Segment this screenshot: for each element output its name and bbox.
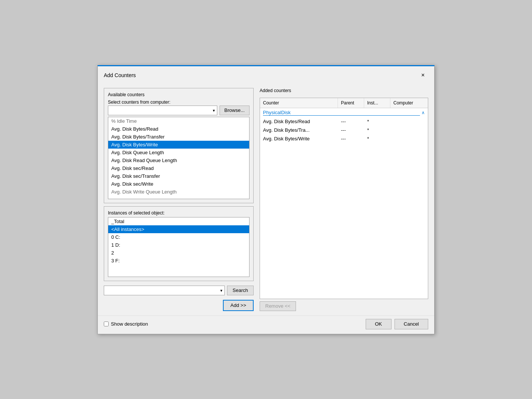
search-button[interactable]: Search [227,286,254,295]
counter-list-item[interactable]: % Idle Time [108,117,249,125]
close-button[interactable]: × [418,70,428,80]
cancel-button[interactable]: Cancel [395,319,428,329]
computer-cell [390,135,428,142]
header-instance: Inst... [364,98,390,108]
computer-select-wrapper [108,106,217,115]
counter-group-row[interactable]: PhysicalDisk ∧ [260,108,428,117]
parent-cell: --- [338,127,364,134]
add-button[interactable]: Add >> [223,300,254,311]
counter-list-item[interactable]: Avg. Disk sec/Write [108,180,249,188]
add-counters-dialog: Add Counters × Available counters Select… [97,65,435,334]
instance-list-item[interactable]: 1 D: [108,241,249,249]
computer-cell [390,127,428,134]
available-counters-group: Available counters Select counters from … [104,88,254,203]
left-panel: Available counters Select counters from … [104,88,254,311]
counter-data-row[interactable]: Avg. Disk Bytes/Read --- * [260,117,428,126]
instance-list-item[interactable]: 0 C: [108,233,249,241]
counter-cell: Avg. Disk Bytes/Tra... [260,127,338,134]
available-counters-label: Available counters [108,92,250,97]
show-description-label[interactable]: Show description [111,321,148,327]
browse-button[interactable]: Browse... [220,106,250,115]
instances-list[interactable]: _Total<All instances>0 C:1 D:23 F: [108,217,250,277]
counter-group-name: PhysicalDisk [263,110,420,116]
added-counters-label: Added counters [260,88,428,93]
computer-row: Browse... [108,106,250,115]
added-counters-box: Counter Parent Inst... Computer Physical… [260,98,428,299]
instance-cell: * [364,118,390,125]
dialog-footer: Show description OK Cancel [98,316,434,334]
header-counter: Counter [260,98,338,108]
footer-buttons: OK Cancel [366,319,428,329]
counter-list-item[interactable]: Avg. Disk Bytes/Transfer [108,133,249,141]
instance-list-item[interactable]: 3 F: [108,257,249,265]
parent-cell: --- [338,118,364,125]
select-from-label: Select counters from computer: [108,100,250,105]
instance-list-item[interactable]: _Total [108,217,249,225]
counter-data-row[interactable]: Avg. Disk Bytes/Tra... --- * [260,126,428,134]
instance-list-item[interactable]: <All instances> [108,225,249,233]
counter-list-item[interactable]: Avg. Disk Bytes/Read [108,125,249,133]
chevron-up-icon: ∧ [421,110,425,115]
show-description-row: Show description [104,321,148,327]
search-select[interactable] [104,286,225,295]
header-computer: Computer [390,98,428,108]
counter-list-item[interactable]: Avg. Disk Write Queue Length [108,188,249,196]
computer-cell [390,118,428,125]
counter-list-item[interactable]: Avg. Disk sec/Transfer [108,172,249,180]
instances-group: Instances of selected object: _Total<All… [104,206,254,281]
counter-cell: Avg. Disk Bytes/Write [260,135,338,142]
counter-list-item[interactable]: Avg. Disk sec/Read [108,164,249,172]
added-counters-body: PhysicalDisk ∧ Avg. Disk Bytes/Read --- … [260,108,428,299]
header-parent: Parent [338,98,364,108]
right-panel-content: Counter Parent Inst... Computer Physical… [260,98,428,311]
remove-button[interactable]: Remove << [260,301,296,311]
counters-list[interactable]: % Idle TimeAvg. Disk Bytes/ReadAvg. Disk… [108,117,250,199]
right-panel: Added counters Counter Parent Inst... Co… [260,88,428,311]
computer-select[interactable] [108,106,217,115]
added-counters-header: Counter Parent Inst... Computer [260,98,428,108]
instance-list-item[interactable]: 2 [108,249,249,257]
parent-cell: --- [338,135,364,142]
dialog-body: Available counters Select counters from … [98,83,434,316]
search-row: Search [104,286,254,295]
ok-button[interactable]: OK [366,319,392,329]
instances-label: Instances of selected object: [108,210,250,216]
counter-list-item[interactable]: Avg. Disk Queue Length [108,149,249,156]
counter-cell: Avg. Disk Bytes/Read [260,118,338,125]
search-select-wrapper [104,286,225,295]
counter-list-item[interactable]: Avg. Disk Bytes/Write [108,141,249,149]
counter-list-item[interactable]: Avg. Disk Read Queue Length [108,156,249,164]
dialog-title: Add Counters [104,72,136,78]
instance-cell: * [364,135,390,142]
counter-data-row[interactable]: Avg. Disk Bytes/Write --- * [260,134,428,143]
instance-cell: * [364,127,390,134]
title-bar: Add Counters × [98,66,434,83]
show-description-checkbox[interactable] [104,322,109,326]
